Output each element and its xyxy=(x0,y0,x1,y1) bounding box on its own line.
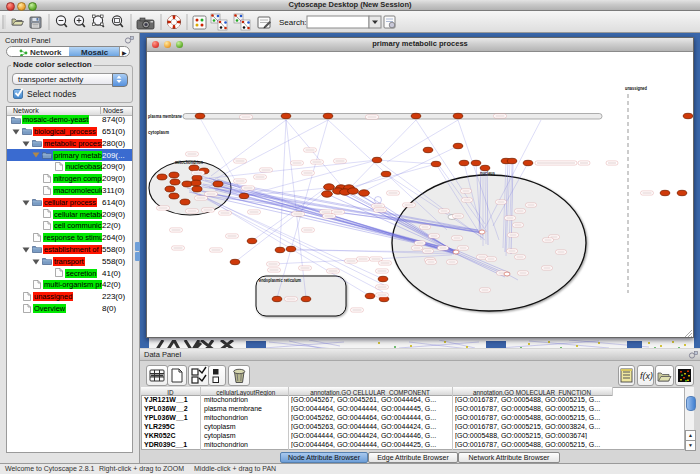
svg-text:endoplasmic reticulum: endoplasmic reticulum xyxy=(259,277,301,283)
svg-text:unassigned: unassigned xyxy=(625,85,647,91)
svg-text:f(x): f(x) xyxy=(640,371,653,381)
svg-text:cytoplasm: cytoplasm xyxy=(148,129,169,135)
svg-text:mitochondrion: mitochondrion xyxy=(175,159,203,165)
svg-text:plasma membrane: plasma membrane xyxy=(148,113,182,119)
svg-text:Search:: Search: xyxy=(279,18,307,27)
